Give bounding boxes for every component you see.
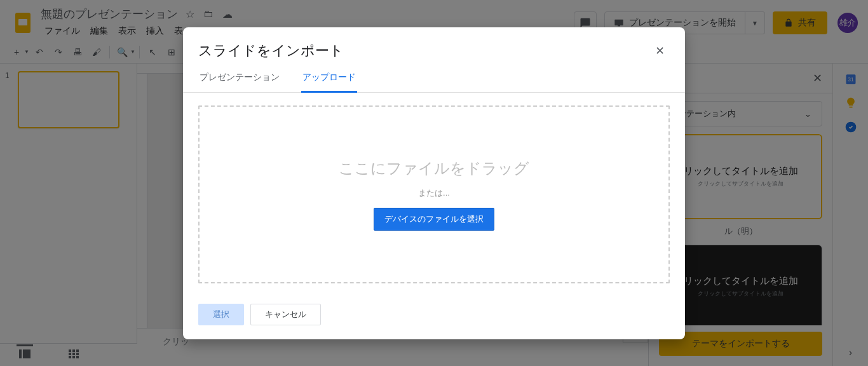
- tab-upload[interactable]: アップロード: [301, 65, 357, 93]
- tab-presentation[interactable]: プレゼンテーション: [198, 65, 281, 92]
- modal-close-icon[interactable]: ✕: [650, 41, 670, 60]
- dropzone-or-text: または...: [418, 187, 450, 199]
- file-dropzone[interactable]: ここにファイルをドラッグ または... デバイスのファイルを選択: [198, 105, 670, 283]
- import-slides-modal: スライドをインポート ✕ プレゼンテーション アップロード ここにファイルをドラ…: [183, 27, 685, 339]
- dropzone-text: ここにファイルをドラッグ: [339, 158, 529, 179]
- select-button[interactable]: 選択: [198, 304, 244, 325]
- select-file-button[interactable]: デバイスのファイルを選択: [374, 208, 494, 231]
- modal-title: スライドをインポート: [198, 41, 344, 60]
- modal-backdrop: スライドをインポート ✕ プレゼンテーション アップロード ここにファイルをドラ…: [0, 0, 868, 366]
- cancel-button[interactable]: キャンセル: [250, 304, 321, 325]
